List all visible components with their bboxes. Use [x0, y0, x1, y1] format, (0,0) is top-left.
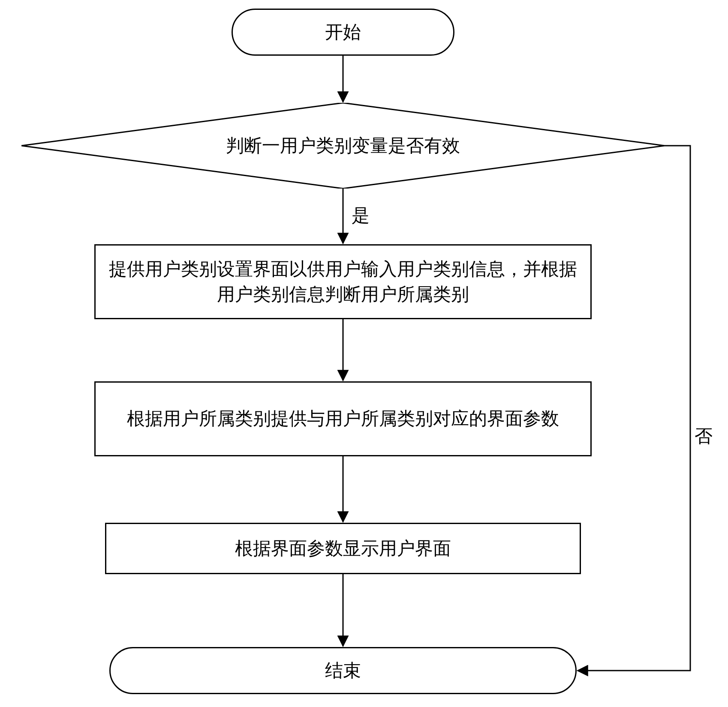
no-label: 否 [695, 424, 713, 448]
step1-node: 提供用户类别设置界面以供用户输入用户类别信息，并根据用户类别信息判断用户所属类别 [94, 244, 592, 319]
start-label: 开始 [325, 20, 361, 45]
step1-label: 提供用户类别设置界面以供用户输入用户类别信息，并根据用户类别信息判断用户所属类别 [108, 257, 578, 307]
end-node: 结束 [109, 647, 577, 694]
step2-node: 根据用户所属类别提供与用户所属类别对应的界面参数 [94, 381, 592, 456]
step3-node: 根据界面参数显示用户界面 [105, 523, 581, 574]
decision-node: 判断一用户类别变量是否有效 [21, 103, 665, 189]
yes-label: 是 [352, 204, 370, 228]
end-label: 结束 [325, 658, 361, 683]
start-node: 开始 [232, 9, 454, 56]
flowchart: 开始 判断一用户类别变量是否有效 提供用户类别设置界面以供用户输入用户类别信息，… [9, 9, 728, 707]
step3-label: 根据界面参数显示用户界面 [235, 536, 451, 561]
decision-label: 判断一用户类别变量是否有效 [21, 134, 665, 158]
step2-label: 根据用户所属类别提供与用户所属类别对应的界面参数 [127, 406, 559, 431]
